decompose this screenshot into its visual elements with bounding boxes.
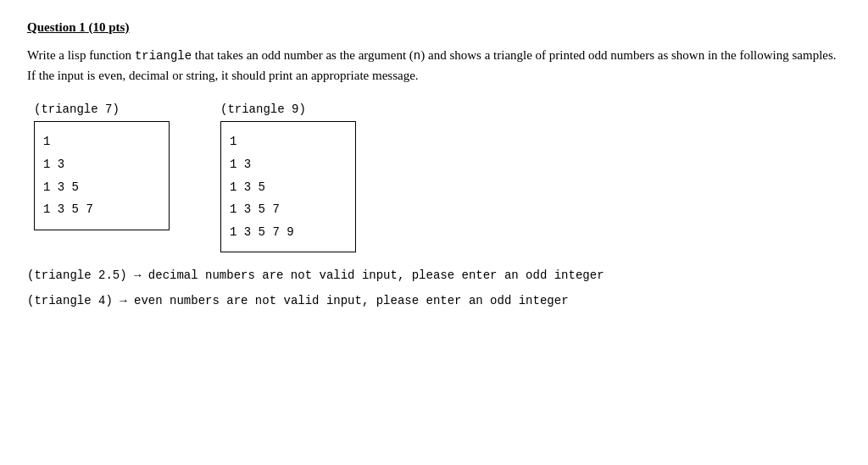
sample-triangle9: (triangle 9) 1 1 3 1 3 5 1 3 5 7 1 3 5 7… [220,102,356,252]
description: Write a lisp function triangle that take… [27,45,841,86]
sample7-row2: 1 3 [43,153,152,176]
param-n: n [414,49,420,63]
error-line-1: (triangle 2.5) → decimal numbers are not… [27,266,841,286]
error2-arrow: → [120,294,134,307]
sample9-label: (triangle 9) [220,102,356,116]
question-container: Question 1 (10 pts) Write a lisp functio… [27,20,841,312]
sample9-row5: 1 3 5 7 9 [230,221,338,244]
sample7-row3: 1 3 5 [43,176,152,199]
error1-message: decimal numbers are not valid input, ple… [148,268,604,282]
error2-message: even numbers are not valid input, please… [134,294,568,307]
sample7-label: (triangle 7) [34,102,170,116]
title-text: Question 1 [27,20,86,34]
sample9-row1: 1 [230,130,338,153]
sample9-row3: 1 3 5 [230,176,338,199]
error1-call: (triangle 2.5) [27,268,127,282]
sample7-row1: 1 [43,130,152,153]
sample9-row4: 1 3 5 7 [230,198,338,221]
sample7-row4: 1 3 5 7 [43,198,152,221]
sample7-box: 1 1 3 1 3 5 1 3 5 7 [34,121,170,230]
title-points: (10 pts) [89,20,130,34]
error-line-2: (triangle 4) → even numbers are not vali… [27,291,841,312]
error1-arrow: → [134,268,148,282]
sample9-row2: 1 3 [230,153,338,176]
sample9-box: 1 1 3 1 3 5 1 3 5 7 1 3 5 7 9 [220,121,356,252]
question-title: Question 1 (10 pts) [27,20,841,35]
function-name: triangle [135,49,192,63]
samples-row: (triangle 7) 1 1 3 1 3 5 1 3 5 7 (triang… [34,102,841,252]
error2-call: (triangle 4) [27,294,113,307]
sample-triangle7: (triangle 7) 1 1 3 1 3 5 1 3 5 7 [34,102,170,252]
errors-section: (triangle 2.5) → decimal numbers are not… [27,266,841,312]
